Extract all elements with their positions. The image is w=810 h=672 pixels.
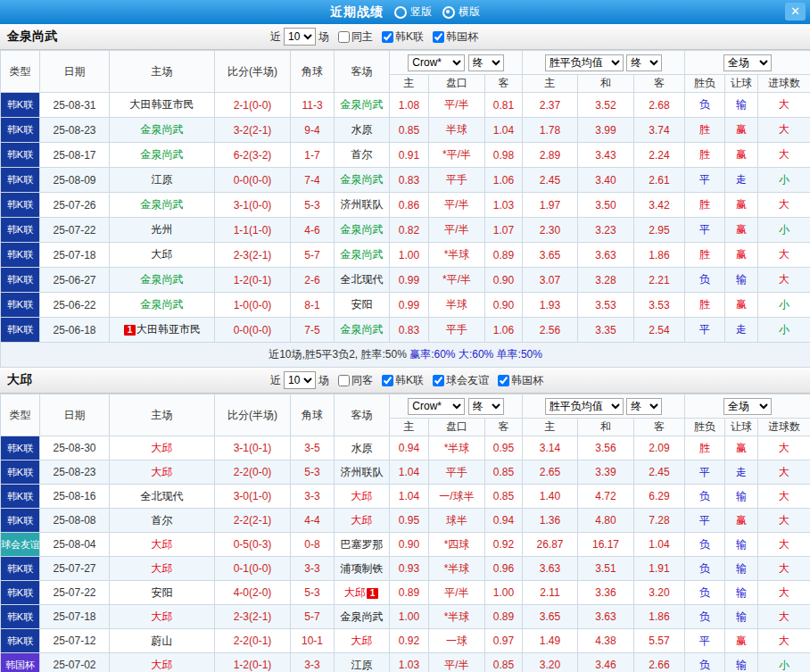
radio-selected-icon <box>442 6 455 19</box>
filter-checkbox-球会友谊[interactable]: 球会友谊 <box>433 373 489 388</box>
asian-final-select[interactable]: 终 <box>468 398 504 415</box>
euro-draw-odds: 3.56 <box>578 436 634 460</box>
away-team: 金泉尚武 <box>335 93 390 118</box>
away-team: 巴塞罗那 <box>335 533 390 557</box>
match-row: 韩K联 25-07-12 蔚山 2-2(0-1) 10-1 大邱 0.92 一球… <box>1 629 810 653</box>
away-team: 济州联队 <box>335 193 390 218</box>
match-date: 25-08-08 <box>40 509 110 533</box>
filter-checkbox-同客[interactable]: 同客 <box>338 373 373 388</box>
away-team: 水原 <box>335 118 390 143</box>
home-team: 大邱 <box>110 243 215 268</box>
result-win-loss: 负 <box>685 581 725 605</box>
red-card-badge: 1 <box>367 588 378 599</box>
asian-home-odds: 0.99 <box>390 293 429 318</box>
asian-home-odds: 1.03 <box>390 653 429 672</box>
away-team-name: 江原 <box>351 659 373 671</box>
checkbox-label: 韩国杯 <box>511 373 543 388</box>
checkbox-label: 韩国杯 <box>446 29 478 45</box>
result-handicap: 输 <box>725 557 758 581</box>
asian-handicap: 一球 <box>429 629 485 653</box>
filter-checkbox-韩K联[interactable]: 韩K联 <box>382 29 424 45</box>
checkbox-input[interactable] <box>382 375 393 386</box>
euro-home-odds: 3.65 <box>523 605 578 629</box>
away-team-name: 金泉尚武 <box>341 323 384 336</box>
sub-col-header-full: 让球 <box>725 75 758 93</box>
league-badge: 韩K联 <box>1 143 40 168</box>
result-win-loss: 负 <box>685 485 725 509</box>
euro-away-odds: 2.45 <box>634 460 685 485</box>
filter-checkbox-韩K联[interactable]: 韩K联 <box>382 373 424 388</box>
corner-cell: 8-1 <box>291 293 335 318</box>
checkbox-input[interactable] <box>382 31 393 43</box>
odds-company-select[interactable]: Crow* <box>408 54 465 71</box>
euro-home-odds: 3.07 <box>523 268 578 293</box>
score-cell: 2-3(2-1) <box>215 243 291 268</box>
match-count-select[interactable]: 10 <box>284 28 316 46</box>
checkbox-input[interactable] <box>433 31 444 43</box>
asian-away-odds: 0.92 <box>485 533 523 557</box>
europe-avg-select[interactable]: 胜平负均值 <box>545 54 624 71</box>
europe-final-select[interactable]: 终 <box>626 398 662 415</box>
scope-select[interactable]: 全场 <box>723 54 772 71</box>
league-badge: 韩K联 <box>1 168 40 193</box>
league-badge: 韩K联 <box>1 605 40 629</box>
asian-handicap: *半球 <box>429 243 485 268</box>
europe-final-select[interactable]: 终 <box>626 54 662 71</box>
asian-away-odds: 0.85 <box>485 653 523 672</box>
result-handicap: 走 <box>725 168 758 193</box>
sub-col-header-asian: 盘口 <box>429 75 485 93</box>
odds-company-select[interactable]: Crow* <box>408 398 465 415</box>
filter-checkbox-韩国杯[interactable]: 韩国杯 <box>433 29 478 45</box>
filter-checkbox-韩国杯[interactable]: 韩国杯 <box>498 373 543 388</box>
score-cell: 6-2(3-2) <box>215 143 291 168</box>
checkbox-input[interactable] <box>338 375 350 386</box>
result-goals: 大 <box>758 193 810 218</box>
home-team-name: 大邱 <box>152 442 173 454</box>
match-row: 韩K联 25-08-08 首尔 2-2(2-1) 4-4 大邱 0.95 球半 … <box>1 509 810 533</box>
result-goals: 大 <box>758 557 810 581</box>
corner-cell: 5-3 <box>291 193 335 218</box>
score-cell: 0-5(0-3) <box>215 533 291 557</box>
checkbox-input[interactable] <box>433 375 444 386</box>
layout-radio-horizontal[interactable]: 横版 <box>442 4 480 20</box>
asian-final-select[interactable]: 终 <box>468 54 504 71</box>
euro-away-odds: 7.28 <box>634 509 685 533</box>
away-team-name: 济州联队 <box>341 466 384 478</box>
result-win-loss: 负 <box>685 268 725 293</box>
checkbox-label: 球会友谊 <box>446 373 489 388</box>
sub-col-header-europe: 主 <box>523 75 578 93</box>
match-count-select[interactable]: 10 <box>284 371 316 389</box>
europe-avg-select[interactable]: 胜平负均值 <box>545 398 624 415</box>
match-row: 韩K联 25-08-16 全北现代 3-0(1-0) 3-3 大邱 1.04 一… <box>1 485 810 509</box>
sub-col-header-europe: 和 <box>578 419 634 436</box>
home-team: 首尔 <box>110 509 215 533</box>
sub-col-header-asian: 客 <box>485 75 523 93</box>
asian-home-odds: 1.04 <box>390 460 429 485</box>
asian-away-odds: 0.81 <box>485 93 523 118</box>
sub-col-header-europe: 客 <box>634 75 685 93</box>
match-row: 韩K联 25-07-18 大邱 2-3(2-1) 5-7 金泉尚武 1.00 *… <box>1 605 810 629</box>
match-date: 25-08-31 <box>40 93 110 118</box>
result-goals: 大 <box>758 243 810 268</box>
home-team: 大邱 <box>110 460 215 485</box>
euro-draw-odds: 3.51 <box>578 557 634 581</box>
away-team: 大邱1 <box>335 581 390 605</box>
euro-away-odds: 2.21 <box>634 268 685 293</box>
result-goals: 大 <box>758 581 810 605</box>
result-win-loss: 胜 <box>685 143 725 168</box>
away-team: 水原 <box>335 436 390 460</box>
euro-home-odds: 3.20 <box>523 653 578 672</box>
sub-col-header-asian: 盘口 <box>429 419 485 436</box>
scope-select[interactable]: 全场 <box>723 398 772 415</box>
filter-checkbox-同主[interactable]: 同主 <box>338 29 373 45</box>
match-row: 韩K联 25-07-18 大邱 2-3(2-1) 5-7 金泉尚武 1.00 *… <box>1 243 810 268</box>
checkbox-input[interactable] <box>498 375 509 386</box>
close-icon[interactable]: ✕ <box>785 3 806 21</box>
league-badge: 韩国杯 <box>1 653 40 672</box>
layout-radio-vertical[interactable]: 竖版 <box>394 4 432 20</box>
euro-away-odds: 3.53 <box>634 293 685 318</box>
league-badge: 球会友谊 <box>1 533 40 557</box>
checkbox-input[interactable] <box>338 31 350 43</box>
home-team-name: 蔚山 <box>152 635 173 647</box>
euro-away-odds: 3.74 <box>634 118 685 143</box>
